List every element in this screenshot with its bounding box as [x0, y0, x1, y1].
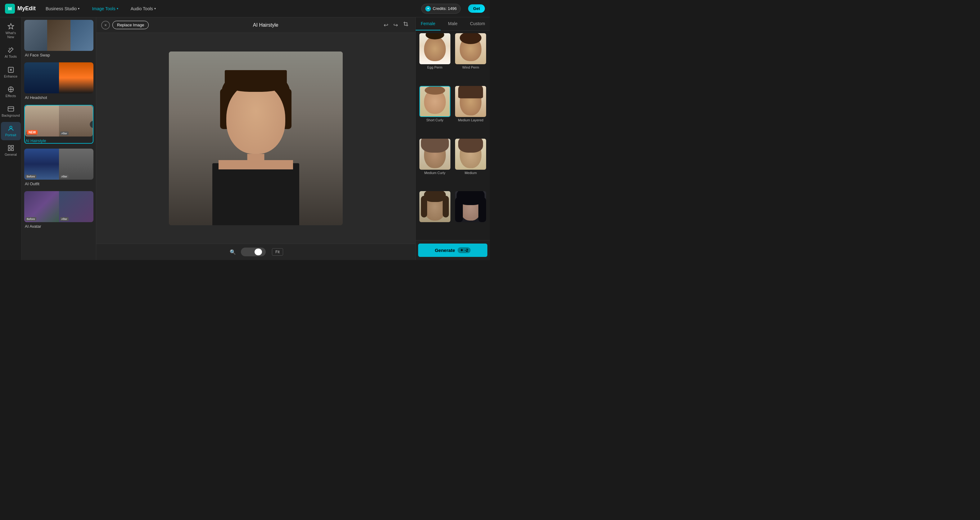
hairstyle-egg-perm-label: Egg Perm: [427, 65, 442, 69]
undo-button[interactable]: ↩: [382, 21, 390, 30]
app-container: M MyEdit Business Studio ▾ Image Tools ▾…: [0, 0, 490, 260]
generate-cost: ✦ -2: [458, 247, 471, 253]
audio-tools-chevron: ▾: [154, 7, 156, 10]
wand-icon: [8, 46, 14, 53]
zoom-search-button[interactable]: 🔍: [229, 248, 237, 256]
generate-label: Generate: [435, 247, 455, 253]
tool-hairstyle[interactable]: Before After NEW AI Hairstyle ‹: [24, 105, 94, 144]
image-tools-chevron: ▾: [117, 7, 118, 10]
close-button[interactable]: ×: [101, 21, 110, 30]
canvas-area: × Replace Image AI Hairstyle ↩ ↪: [96, 17, 415, 260]
background-icon: [8, 106, 14, 112]
canvas-content: [96, 33, 415, 244]
logo: M MyEdit: [5, 4, 36, 14]
hairstyle-row3-left-thumb: [419, 191, 450, 222]
fit-button[interactable]: Fit: [272, 248, 283, 256]
hairstyle-short-curly[interactable]: Short Curly: [418, 86, 452, 136]
hairstyle-tabs: Female Male Custom: [416, 17, 490, 31]
svg-rect-4: [8, 107, 13, 111]
sidebar-icons: What's New AI Tools Enhance Effects: [0, 17, 22, 260]
svg-line-1: [9, 48, 10, 49]
credits-text: Credits: 1496: [433, 6, 457, 11]
svg-point-5: [10, 126, 12, 128]
tool-face-swap-thumb: [24, 20, 94, 51]
star-icon: [8, 23, 14, 30]
sidebar-item-portrait[interactable]: Portrait: [1, 122, 21, 140]
hairstyle-row3-right[interactable]: [454, 191, 488, 238]
logo-letter: M: [8, 6, 12, 11]
hairstyle-medium-layered[interactable]: Medium Layered: [454, 86, 488, 136]
svg-marker-0: [8, 24, 13, 29]
hairstyle-medium-layered-thumb: [455, 86, 486, 117]
hairstyle-grid: Egg Perm Wind Perm: [416, 31, 490, 240]
tool-headshot[interactable]: AI Headshot: [24, 62, 94, 100]
hairstyle-short-curly-label: Short Curly: [426, 118, 443, 122]
tool-hairstyle-thumb: Before After NEW: [25, 106, 93, 136]
sidebar-item-background[interactable]: Background: [1, 102, 21, 121]
logo-name: MyEdit: [18, 5, 36, 12]
get-button[interactable]: Get: [468, 4, 485, 13]
new-badge: NEW: [27, 130, 38, 135]
svg-rect-6: [8, 146, 10, 147]
logo-icon: M: [5, 4, 15, 14]
hairstyle-egg-perm[interactable]: Egg Perm: [418, 33, 452, 84]
canvas-bottom: 🔍 Fit: [96, 244, 415, 260]
tool-headshot-label: AI Headshot: [24, 95, 94, 100]
hairstyle-medium-curly-thumb: [419, 139, 450, 170]
tool-avatar-thumb: Before After: [24, 191, 94, 222]
sidebar-label-ai-tools: AI Tools: [5, 55, 17, 59]
svg-rect-8: [8, 149, 10, 151]
sidebar-item-effects[interactable]: Effects: [1, 83, 21, 101]
generate-bar: Generate ✦ -2: [416, 240, 490, 260]
hairstyle-medium-curly-label: Medium Curly: [424, 171, 445, 175]
tool-avatar[interactable]: Before After AI Avatar: [24, 191, 94, 229]
tab-male[interactable]: Male: [441, 17, 465, 30]
sidebar-item-enhance[interactable]: Enhance: [1, 63, 21, 82]
tool-outfit[interactable]: Before After AI Outfit: [24, 149, 94, 186]
tool-outfit-thumb: Before After: [24, 149, 94, 180]
audio-tools-nav[interactable]: Audio Tools ▾: [128, 4, 158, 13]
tool-face-swap[interactable]: AI Face Swap: [24, 20, 94, 57]
sidebar-label-enhance: Enhance: [4, 75, 18, 79]
replace-image-button[interactable]: Replace Image: [112, 21, 149, 29]
hairstyle-row3-right-thumb: [455, 191, 486, 222]
tool-hairstyle-label: AI Hairstyle: [25, 138, 93, 143]
tool-face-swap-label: AI Face Swap: [24, 53, 94, 57]
hairstyle-medium-curly[interactable]: Medium Curly: [418, 139, 452, 189]
hairstyle-medium-thumb: [455, 139, 486, 170]
sidebar-label-background: Background: [2, 114, 20, 117]
image-tools-nav[interactable]: Image Tools ▾: [89, 4, 121, 13]
portrait-icon: [8, 125, 14, 132]
credits-badge: ✦ Credits: 1496: [421, 4, 461, 14]
zoom-toggle[interactable]: [241, 247, 266, 256]
main-image: [169, 51, 343, 225]
enhance-icon: [8, 67, 14, 73]
business-studio-nav[interactable]: Business Studio ▾: [43, 4, 82, 13]
redo-button[interactable]: ↪: [392, 21, 399, 30]
tool-headshot-thumb: [24, 62, 94, 94]
hairstyle-wind-perm[interactable]: Wind Perm: [454, 33, 488, 84]
tool-panel: AI Face Swap AI Headshot Before After: [22, 17, 96, 260]
hairstyle-short-curly-thumb: [419, 86, 450, 117]
tab-female[interactable]: Female: [416, 17, 441, 30]
hairstyle-row3-left[interactable]: [418, 191, 452, 238]
tab-custom[interactable]: Custom: [465, 17, 490, 30]
effects-icon: [8, 86, 14, 93]
svg-rect-7: [11, 146, 13, 147]
hairstyle-medium-label: Medium: [465, 171, 477, 175]
sidebar-item-general[interactable]: General: [1, 141, 21, 160]
hairstyle-wind-perm-label: Wind Perm: [462, 65, 479, 69]
sidebar-item-whats-new[interactable]: What's New: [1, 20, 21, 42]
tool-outfit-label: AI Outfit: [24, 181, 94, 186]
sidebar-label-whats-new: What's New: [3, 31, 18, 39]
sidebar-label-effects: Effects: [6, 94, 16, 98]
right-panel: Female Male Custom Egg Perm: [415, 17, 490, 260]
sidebar-label-general: General: [5, 153, 17, 157]
canvas-actions: ↩ ↪: [382, 20, 410, 30]
hairstyle-medium[interactable]: Medium: [454, 139, 488, 189]
generate-button[interactable]: Generate ✦ -2: [418, 244, 487, 257]
sidebar-item-ai-tools[interactable]: AI Tools: [1, 43, 21, 62]
general-icon: [8, 144, 14, 151]
tool-avatar-label: AI Avatar: [24, 224, 94, 229]
crop-button[interactable]: [402, 20, 410, 30]
